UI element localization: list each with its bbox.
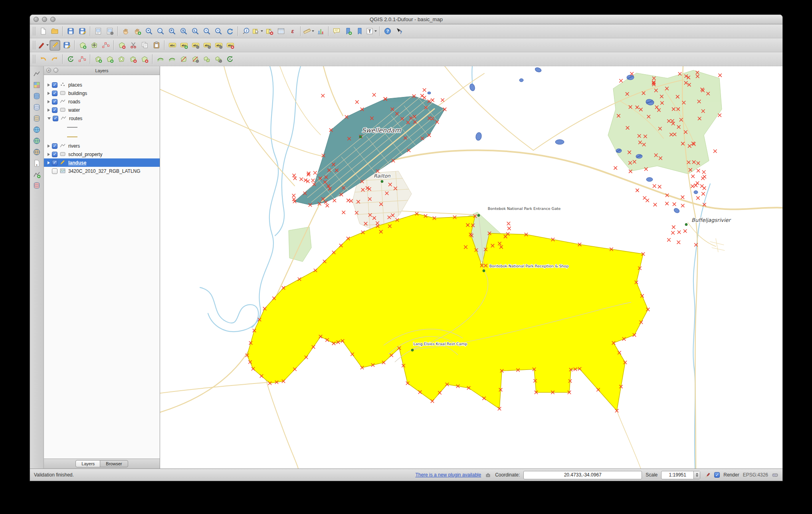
projection-icon[interactable] xyxy=(772,472,778,478)
merge-attributes-button[interactable] xyxy=(213,54,224,65)
plugin-available-link[interactable]: There is a new plugin available xyxy=(415,472,481,478)
panel-tab-layers[interactable]: Layers xyxy=(75,460,101,467)
map-tips-button[interactable] xyxy=(331,26,342,37)
spin-down-icon[interactable] xyxy=(696,475,698,477)
layer-item-water[interactable]: ✓water xyxy=(44,106,160,114)
zoom-button[interactable] xyxy=(50,17,55,22)
save-project-button[interactable] xyxy=(65,26,76,37)
new-print-composer-button[interactable] xyxy=(93,26,103,37)
layer-item-3420C_2010_327_RGB_LATLNG[interactable]: 3420C_2010_327_RGB_LATLNG xyxy=(44,167,160,175)
highlight-pinned-labels-button[interactable]: abc xyxy=(190,40,201,51)
dropdown-arrow-icon[interactable] xyxy=(261,30,263,32)
whats-this-button[interactable]: ? xyxy=(394,26,404,37)
expand-arrow-icon[interactable] xyxy=(48,161,50,164)
layer-labeling-button[interactable]: abc xyxy=(167,40,178,51)
layer-item-routes[interactable]: ✓routes xyxy=(44,114,160,123)
current-edits-button[interactable] xyxy=(38,40,49,51)
cut-features-button[interactable] xyxy=(128,40,139,51)
statistical-summary-button[interactable] xyxy=(315,26,326,37)
zoom-full-button[interactable]: F xyxy=(166,26,177,37)
rotate-label-button[interactable]: abc xyxy=(213,40,224,51)
dropdown-arrow-icon[interactable] xyxy=(46,44,49,46)
add-feature-button[interactable] xyxy=(77,40,88,51)
node-tool-button[interactable] xyxy=(100,40,111,51)
undo-button[interactable] xyxy=(38,54,48,65)
layers-panel-header[interactable]: × Layers xyxy=(44,66,160,75)
scale-spinner[interactable] xyxy=(693,471,700,479)
change-label-properties-button[interactable]: abc xyxy=(225,40,236,51)
layer-item-rivers[interactable]: ✓rivers xyxy=(44,142,160,150)
render-brush-icon[interactable] xyxy=(704,472,711,478)
identify-features-button[interactable]: i xyxy=(240,26,251,37)
expand-arrow-icon[interactable] xyxy=(48,83,50,87)
zoom-next-button[interactable]: › xyxy=(213,26,224,37)
merge-features-button[interactable] xyxy=(201,54,212,65)
add-delimited-text-layer-button[interactable]: , xyxy=(32,158,42,168)
map-viewport[interactable]: SwellendamRailtonBuffeljagsrivierBontebo… xyxy=(160,66,782,469)
dropdown-arrow-icon[interactable] xyxy=(312,30,314,32)
layer-item-school_property[interactable]: ✓school_property xyxy=(44,150,160,158)
layer-visibility-checkbox[interactable]: ✓ xyxy=(52,152,57,157)
expand-arrow-icon[interactable] xyxy=(48,92,50,95)
layer-visibility-checkbox[interactable] xyxy=(52,168,57,174)
layer-visibility-checkbox[interactable]: ✓ xyxy=(52,91,57,96)
layer-item-buildings[interactable]: ✓buildings xyxy=(44,89,160,97)
close-button[interactable] xyxy=(34,17,39,22)
expand-arrow-icon[interactable] xyxy=(48,117,51,120)
render-checkbox[interactable]: ✓ xyxy=(714,472,720,478)
new-project-button[interactable] xyxy=(38,26,48,37)
plugin-icon[interactable] xyxy=(485,472,491,478)
delete-part-button[interactable] xyxy=(139,54,150,65)
add-oracle-layer-button[interactable] xyxy=(32,180,42,191)
panel-close-icon[interactable]: × xyxy=(46,68,51,73)
layer-visibility-checkbox[interactable]: ✓ xyxy=(52,107,57,113)
zoom-last-button[interactable]: ‹ xyxy=(201,26,212,37)
save-project-as-button[interactable] xyxy=(77,26,87,37)
spin-up-icon[interactable] xyxy=(696,473,698,474)
delete-ring-button[interactable] xyxy=(127,54,138,65)
deselect-features-button[interactable] xyxy=(264,26,275,37)
legend-symbol-row[interactable] xyxy=(44,132,160,142)
expand-arrow-icon[interactable] xyxy=(48,100,50,103)
minimize-button[interactable] xyxy=(42,17,47,22)
offset-curve-button[interactable] xyxy=(155,54,166,65)
pan-to-selection-button[interactable] xyxy=(132,26,143,37)
simplify-feature-button[interactable] xyxy=(77,54,87,65)
rotate-point-symbols-button[interactable] xyxy=(224,54,235,65)
scale-combobox[interactable]: 1:19951 xyxy=(661,471,700,479)
add-wms-layer-button[interactable] xyxy=(32,125,42,135)
field-calculator-button[interactable]: ε xyxy=(287,26,298,37)
window-titlebar[interactable]: QGIS 2.0.1-Dufour - basic_map xyxy=(30,15,782,24)
copy-features-button[interactable] xyxy=(139,40,150,51)
add-postgis-layer-button[interactable] xyxy=(32,91,42,101)
measure-button[interactable] xyxy=(303,26,314,37)
new-bookmark-button[interactable] xyxy=(343,26,353,37)
split-parts-button[interactable] xyxy=(190,54,200,65)
new-shapefile-layer-button[interactable] xyxy=(32,169,42,180)
add-part-button[interactable] xyxy=(104,54,115,65)
expand-arrow-icon[interactable] xyxy=(48,144,50,148)
add-mssql-layer-button[interactable] xyxy=(32,113,42,124)
toolbar-drag-handle[interactable] xyxy=(33,27,36,36)
map-canvas[interactable]: SwellendamRailtonBuffeljagsrivierBontebo… xyxy=(160,66,782,469)
layer-visibility-checkbox[interactable]: ✓ xyxy=(52,82,57,88)
refresh-map-button[interactable] xyxy=(224,26,235,37)
add-ring-button[interactable] xyxy=(93,54,103,65)
expand-arrow-icon[interactable] xyxy=(48,153,50,156)
open-project-button[interactable] xyxy=(49,26,60,37)
add-raster-layer-button[interactable] xyxy=(32,80,42,90)
open-attribute-table-button[interactable] xyxy=(275,26,286,37)
toggle-editing-button[interactable] xyxy=(50,40,60,51)
pin-labels-button[interactable]: abc xyxy=(178,40,189,51)
fill-ring-button[interactable] xyxy=(116,54,127,65)
layer-item-roads[interactable]: ✓roads xyxy=(44,97,160,106)
add-spatialite-layer-button[interactable] xyxy=(32,102,42,113)
zoom-out-button[interactable]: - xyxy=(155,26,166,37)
paste-features-button[interactable] xyxy=(151,40,162,51)
help-contents-button[interactable]: ? xyxy=(382,26,393,37)
zoom-to-selection-button[interactable]: S xyxy=(178,26,189,37)
delete-selected-button[interactable] xyxy=(116,40,127,51)
rotate-feature-button[interactable] xyxy=(65,54,76,65)
panel-float-icon[interactable] xyxy=(53,68,58,73)
zoom-in-button[interactable]: + xyxy=(143,26,154,37)
